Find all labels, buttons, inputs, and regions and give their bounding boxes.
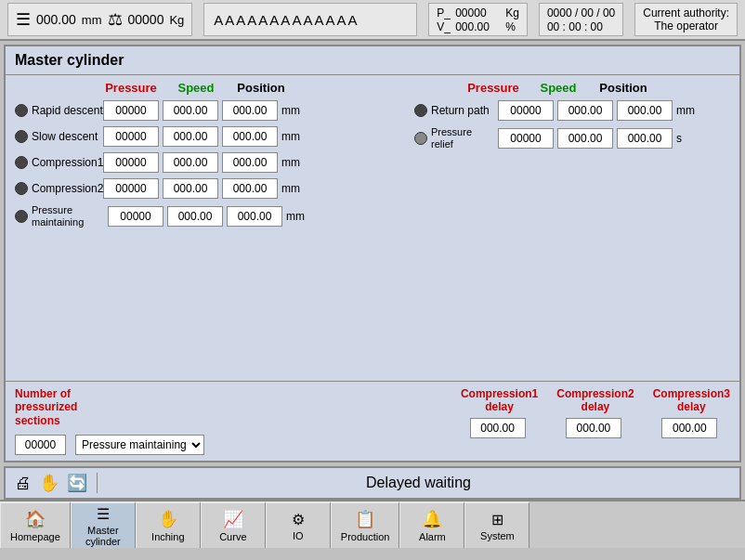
rapid-descent-pressure[interactable]: [103, 100, 159, 121]
content-area: Pressure Speed Position Rapid descent mm: [6, 75, 739, 381]
return-path-pressure[interactable]: [498, 100, 554, 121]
printer-icon: 🖨: [15, 474, 32, 493]
return-path-label: Return path: [431, 104, 490, 117]
comp3-delay-col: Compression3delay: [653, 387, 730, 438]
slow-descent-speed[interactable]: [163, 126, 218, 147]
compression2-indicator: [15, 182, 28, 195]
right-pressure-header: Pressure: [461, 81, 526, 95]
pressure-maintaining-speed[interactable]: [167, 206, 223, 227]
left-panel: Pressure Speed Position Rapid descent mm: [15, 81, 405, 375]
left-pressure-header: Pressure: [98, 81, 163, 95]
inching-label: Inching: [151, 531, 184, 542]
scale-icon: ⚖: [108, 9, 123, 30]
comp2-delay-col: Compression2delay: [556, 387, 634, 438]
slow-descent-pressure[interactable]: [103, 126, 159, 147]
weight-value: 00000: [128, 12, 164, 27]
pressure-maintaining-unit: mm: [286, 210, 308, 223]
pressure-relief-unit: s: [676, 132, 699, 145]
pressure-maintaining-position[interactable]: [227, 206, 282, 227]
pressure-sections: Number ofpressurizedsections Pressure ma…: [15, 387, 204, 455]
compression2-label: Compression2: [32, 182, 103, 195]
compression1-pressure[interactable]: [103, 152, 159, 173]
comp3-delay-label: Compression3delay: [653, 387, 730, 414]
program-name: AAAAAAAAAAAAA: [203, 3, 417, 36]
pressure-relief-label: Pressurerelief: [431, 126, 472, 150]
io-icon: ⚙: [292, 511, 305, 528]
slow-descent-unit: mm: [281, 130, 304, 143]
master-cylinder-label: Mastercylinder: [85, 525, 121, 547]
io-label: IO: [293, 530, 304, 541]
return-path-position[interactable]: [617, 100, 673, 121]
compression1-position[interactable]: [222, 152, 278, 173]
p-label: P_: [437, 7, 451, 20]
compression2-position[interactable]: [222, 178, 278, 199]
comp1-delay-value[interactable]: [470, 418, 526, 438]
nav-production[interactable]: 📋 Production: [331, 501, 400, 548]
row-pressure-relief: Pressurerelief s: [414, 126, 730, 150]
homepage-label: Homepage: [10, 531, 60, 542]
slow-descent-indicator: [15, 130, 28, 143]
sections-label: Number ofpressurizedsections: [15, 387, 204, 427]
v-unit: %: [505, 20, 516, 33]
curve-label: Curve: [219, 531, 246, 542]
return-path-speed[interactable]: [557, 100, 613, 121]
alarm-icon: 🔔: [422, 509, 442, 529]
position-section: ☰ 000.00 mm ⚖ 00000 Kg: [7, 3, 192, 36]
bottom-section: Number ofpressurizedsections Pressure ma…: [6, 381, 739, 461]
inching-icon: ✋: [158, 509, 178, 529]
sections-value[interactable]: [15, 435, 66, 455]
compression1-speed[interactable]: [163, 152, 218, 173]
sections-dropdown[interactable]: Pressure maintaining: [75, 435, 204, 455]
row-pressure-maintaining: Pressuremaintaining mm: [15, 204, 405, 228]
comp2-delay-value[interactable]: [566, 418, 621, 438]
time-value: 00 : 00 : 00: [547, 20, 615, 33]
curve-icon: 📈: [223, 509, 243, 529]
status-bar: 🖨 ✋ 🔄 Delayed waiting: [4, 466, 741, 500]
right-header: Pressure Speed Position: [414, 81, 730, 95]
menu-icon: ☰: [16, 9, 31, 30]
position-unit: mm: [82, 13, 102, 27]
weight-unit: Kg: [169, 13, 184, 27]
rapid-descent-speed[interactable]: [163, 100, 218, 121]
pressure-maintaining-label: Pressuremaintaining: [32, 204, 84, 228]
alarm-label: Alarm: [419, 531, 446, 542]
right-panel: Pressure Speed Position Return path mm: [414, 81, 730, 375]
production-icon: 📋: [355, 509, 375, 529]
nav-inching[interactable]: ✋ Inching: [136, 501, 201, 548]
authority-label: Current authority:: [643, 7, 729, 20]
slow-descent-label: Slow descent: [32, 130, 98, 143]
nav-alarm[interactable]: 🔔 Alarm: [399, 501, 464, 548]
nav-io[interactable]: ⚙ IO: [266, 501, 331, 548]
nav-homepage[interactable]: 🏠 Homepage: [0, 501, 71, 548]
nav-master-cylinder[interactable]: ☰ Mastercylinder: [71, 501, 136, 548]
right-position-header: Position: [591, 81, 656, 95]
compression-delays: Compression1delay Compression2delay Comp…: [461, 387, 730, 438]
pressure-relief-speed[interactable]: [557, 128, 613, 149]
hand-icon: ✋: [39, 473, 59, 493]
rapid-descent-label: Rapid descent: [32, 104, 103, 117]
date-value: 0000 / 00 / 00: [547, 7, 615, 20]
rapid-descent-position[interactable]: [222, 100, 278, 121]
right-speed-header: Speed: [526, 81, 591, 95]
slow-descent-position[interactable]: [222, 126, 278, 147]
compression1-label: Compression1: [32, 156, 103, 169]
top-bar: ☰ 000.00 mm ⚖ 00000 Kg AAAAAAAAAAAAA P_ …: [0, 0, 745, 41]
rapid-descent-indicator: [15, 104, 28, 117]
pressure-maintaining-pressure[interactable]: [108, 206, 163, 227]
nav-system[interactable]: ⊞ System: [464, 501, 529, 548]
p-unit: Kg: [505, 7, 519, 20]
pressure-relief-position[interactable]: [617, 128, 673, 149]
compression2-pressure[interactable]: [103, 178, 159, 199]
comp3-delay-value[interactable]: [661, 418, 717, 438]
pressure-relief-pressure[interactable]: [498, 128, 554, 149]
nav-curve[interactable]: 📈 Curve: [201, 501, 266, 548]
left-position-header: Position: [229, 81, 294, 95]
comp1-delay-label: Compression1delay: [461, 387, 538, 414]
status-icons: 🖨 ✋ 🔄: [15, 473, 98, 493]
page-title: Master cylinder: [6, 46, 739, 75]
authority-section: Current authority: The operator: [634, 3, 738, 36]
v-label: V_: [437, 20, 451, 33]
compression2-speed[interactable]: [163, 178, 218, 199]
position-value: 000.00: [36, 12, 76, 27]
rapid-descent-unit: mm: [281, 104, 304, 117]
